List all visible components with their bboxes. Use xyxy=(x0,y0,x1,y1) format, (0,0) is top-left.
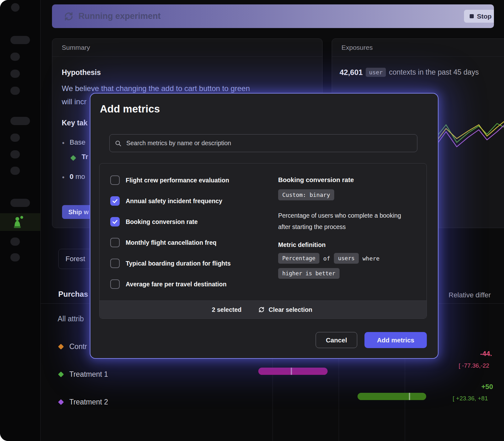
search-input[interactable] xyxy=(126,139,412,147)
stop-label: Stop xyxy=(477,13,492,20)
row-label-control: Contr xyxy=(69,342,87,351)
ci-point-estimate xyxy=(409,393,410,400)
takeaway-item-2: 0 mo xyxy=(70,173,85,181)
unit-chip: user xyxy=(366,68,386,77)
definition-chip: users xyxy=(334,253,359,264)
row-label-treatment-2: Treatment 2 xyxy=(69,398,108,406)
metric-type-chip: Custom: binary xyxy=(278,189,334,200)
stop-icon xyxy=(470,14,474,18)
sidebar-skeleton-item[interactable] xyxy=(10,134,20,142)
purple-series xyxy=(434,125,504,148)
yellow-series xyxy=(434,122,504,144)
metric-checkbox[interactable] xyxy=(110,279,120,289)
metric-checkbox[interactable] xyxy=(110,196,120,206)
metric-row[interactable]: Average fare per travel destination xyxy=(110,279,231,289)
cancel-button[interactable]: Cancel xyxy=(316,332,357,348)
hypothesis-heading: Hypothesis xyxy=(62,68,101,77)
add-metrics-button[interactable]: Add metrics xyxy=(364,332,427,348)
metric-row[interactable]: Typical boarding duration for flights xyxy=(110,259,231,268)
attribute-filter[interactable]: All attrib xyxy=(58,315,84,323)
sidebar-skeleton-item[interactable] xyxy=(10,70,20,78)
person-mascot-icon xyxy=(11,215,25,230)
ci-point-estimate xyxy=(291,368,292,375)
relative-difference-label: Relative differ xyxy=(449,291,491,299)
sidebar-item-active[interactable] xyxy=(0,213,40,231)
takeaway-subitem: Tr xyxy=(82,153,88,161)
sidebar-skeleton-item[interactable] xyxy=(10,117,30,125)
hypothesis-text-line1: We believe that changing the add to cart… xyxy=(62,84,250,93)
metric-detail-pane: Booking conversion rate Custom: binary P… xyxy=(278,176,410,279)
metric-label: Typical boarding duration for flights xyxy=(126,260,231,267)
metric-row[interactable]: Flight crew performance evaluation xyxy=(110,175,231,185)
refresh-icon xyxy=(63,11,74,22)
stop-button[interactable]: Stop xyxy=(464,10,494,23)
takeaways-heading: Key tak xyxy=(62,119,88,127)
metric-row[interactable]: Monthly flight cancellation freq xyxy=(110,238,231,247)
modal-title: Add metrics xyxy=(100,103,160,115)
exposure-context-text: contexts in the past 45 days xyxy=(389,68,479,77)
metric-description: Percentage of users who complete a booki… xyxy=(278,210,410,232)
exposures-stat: 42,601 user contexts in the past 45 days xyxy=(340,68,479,77)
selection-footer: 2 selected Clear selection xyxy=(100,301,427,318)
sidebar-skeleton-item[interactable] xyxy=(10,199,30,207)
sidebar-skeleton-item[interactable] xyxy=(10,53,20,61)
green-series xyxy=(434,123,504,142)
metric-row[interactable]: Booking conversion rate xyxy=(110,217,231,226)
ci-text-treatment-2: [ +23.36, +81 xyxy=(453,395,488,402)
selected-count: 2 selected xyxy=(212,306,241,313)
metric-checkbox[interactable] xyxy=(110,259,120,268)
variant-diamond-icon xyxy=(70,155,76,161)
refresh-icon xyxy=(258,306,265,313)
metric-label: Monthly flight cancellation freq xyxy=(126,239,216,246)
metric-definition-heading: Metric definition xyxy=(278,241,410,249)
definition-chip: Percentage xyxy=(278,253,319,264)
metric-row[interactable]: Annual safety incident frequency xyxy=(110,196,231,206)
running-experiment-banner: Running experiment Stop xyxy=(52,4,494,28)
ci-bar-treatment-1 xyxy=(258,368,328,375)
sidebar-skeleton-item[interactable] xyxy=(10,36,30,44)
ship-button-label: Ship w xyxy=(68,209,89,216)
control-diamond-icon xyxy=(58,344,64,349)
sidebar-skeleton-item[interactable] xyxy=(10,150,20,158)
metric-picker-panel: Flight crew performance evaluationAnnual… xyxy=(99,163,427,319)
search-icon xyxy=(115,140,122,147)
metric-label: Annual safety incident frequency xyxy=(126,198,222,205)
row-label-treatment-1: Treatment 1 xyxy=(69,370,108,379)
takeaway-rest: mo xyxy=(75,173,85,180)
avatar[interactable] xyxy=(11,3,20,12)
metric-checkbox[interactable] xyxy=(110,238,120,247)
clear-selection-label: Clear selection xyxy=(269,306,312,313)
summary-title: Summary xyxy=(62,44,90,51)
summary-card-header: Summary xyxy=(52,39,322,57)
treatment1-diamond-icon xyxy=(58,371,64,377)
sidebar-skeleton-item[interactable] xyxy=(10,238,20,246)
banner-title: Running experiment xyxy=(78,11,161,21)
ci-text-treatment-1: [ -77.36,-22 xyxy=(459,362,489,369)
metric-definition-parts: Percentageofuserswherehigher is better xyxy=(278,253,417,279)
exposure-count: 42,601 xyxy=(340,68,363,77)
clear-selection-button[interactable]: Clear selection xyxy=(256,306,314,314)
value-treatment-1: -44. xyxy=(480,350,492,358)
bullet-dot: • xyxy=(62,173,65,181)
sidebar-skeleton-item[interactable] xyxy=(10,167,20,175)
definition-chip: higher is better xyxy=(278,268,340,279)
forest-tab-label: Forest xyxy=(66,255,85,263)
treatment2-diamond-icon xyxy=(58,399,64,405)
metric-section-title: Purchas xyxy=(58,290,88,299)
value-treatment-2: +50 xyxy=(481,383,493,391)
sidebar-skeleton-item[interactable] xyxy=(10,87,20,95)
sidebar-skeleton-item[interactable] xyxy=(10,253,20,261)
metric-checkbox[interactable] xyxy=(110,217,120,226)
add-metrics-label: Add metrics xyxy=(377,336,414,344)
add-metrics-modal: Add metrics Flight crew performance eval… xyxy=(90,93,438,359)
bullet-dot: • xyxy=(62,139,65,147)
exposures-title: Exposures xyxy=(341,44,373,51)
exposures-line-chart xyxy=(434,118,504,153)
takeaway-item-1: Base xyxy=(70,138,85,146)
metric-checkbox[interactable] xyxy=(110,175,120,185)
hypothesis-text-line2: will incr xyxy=(62,97,87,106)
exposures-card-header: Exposures xyxy=(332,39,504,57)
ci-bar-treatment-2 xyxy=(358,393,426,400)
definition-word: where xyxy=(363,255,380,262)
metric-search[interactable] xyxy=(109,134,417,152)
